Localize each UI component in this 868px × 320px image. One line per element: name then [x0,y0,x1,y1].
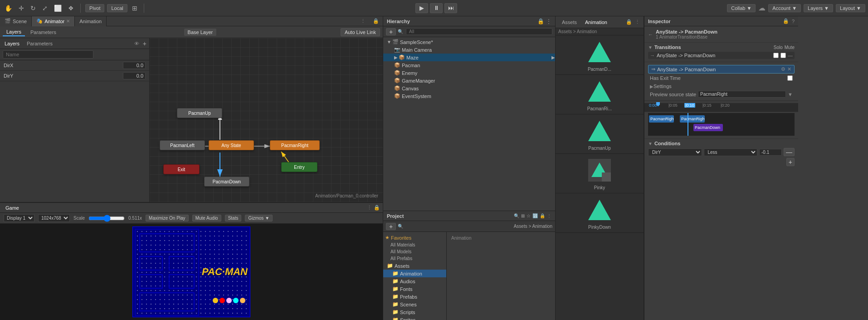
expanded-close-icon[interactable]: ✕ [787,66,791,72]
anim-panel-menu[interactable]: ⋮ [635,19,640,25]
transition-solo-checkbox[interactable] [773,53,779,58]
condition-operator-select[interactable]: Less Greater Equals [704,148,758,156]
has-exit-time-checkbox[interactable] [787,75,793,81]
parameters-params-tab[interactable]: Parameters [25,40,54,47]
hierarchy-item-maze[interactable]: ▶ 📦 Maze ▶ [383,54,555,61]
cloud-icon[interactable]: ☁ [758,4,766,12]
panel-menu-icon[interactable]: ⋮ [357,18,369,24]
assets-folder[interactable]: 📁 Assets [383,262,446,270]
inspector-lock-icon[interactable]: 🔒 [783,18,789,24]
anim-item-pinkydown[interactable]: PinkyDown [556,193,644,233]
transform-tool-icon[interactable]: ❖ [66,4,76,13]
state-exit[interactable]: Exit [163,164,200,174]
resolution-select[interactable]: 1024x768 [38,214,70,222]
fav-all-prefabs[interactable]: All Prefabs [383,255,446,262]
animator-canvas[interactable]: PacmanUp PacmanLeft Any State PacmanRigh… [150,38,383,202]
play-button[interactable]: ▶ [415,3,428,13]
layers-params-tab[interactable]: Layers [3,40,21,47]
scale-tool-icon[interactable]: ⤢ [40,4,49,13]
anim-item-pacmanup[interactable]: PacmanUp [556,114,644,154]
prefabs-folder[interactable]: 📁 Prefabs [383,293,446,300]
hierarchy-item-pacman[interactable]: 📦 Pacman [383,61,555,69]
state-pacmanleft[interactable]: PacmanLeft [160,140,205,150]
step-button[interactable]: ⏭ [444,3,457,13]
back-arrow-icon[interactable]: ← [648,32,653,37]
transition-item-1[interactable]: → AnyState -> PacmanDown — [648,52,795,59]
transition-mute-checkbox[interactable] [780,53,786,58]
param-search-input[interactable] [3,50,93,59]
settings-row[interactable]: ▶ Settings [648,83,795,90]
conditions-header[interactable]: ▼ Conditions [648,141,795,146]
assets-anim-tab[interactable]: Assets [559,19,580,26]
transitions-section-header[interactable]: ▼ Transitions Solo Mute [648,44,795,50]
local-button[interactable]: Local [107,4,127,12]
game-panel-lock[interactable]: 🔒 [374,205,380,211]
state-pacmanright[interactable]: PacmanRight [270,140,320,150]
move-tool-icon[interactable]: ✛ [17,4,26,13]
inspector-question-icon[interactable]: ? [792,19,795,24]
hierarchy-item-gamemanager[interactable]: 📦 GameManager [383,77,555,84]
mute-audio-btn[interactable]: Mute Audio [192,215,221,222]
fav-all-materials[interactable]: All Materials [383,241,446,248]
account-button[interactable]: Account ▼ [768,4,801,12]
sprites-folder[interactable]: 📁 Sprites [383,316,446,320]
game-tab[interactable]: Game [3,204,22,212]
pivot-button[interactable]: Pivot [85,4,104,12]
hierarchy-item-camera[interactable]: 📷 Main Camera [383,46,555,54]
timeline-bar-pacmandown[interactable]: PacmanDown [693,124,723,131]
fav-all-models[interactable]: All Models [383,248,446,255]
param-add-button[interactable]: + [143,40,146,47]
state-entry[interactable]: Entry [281,162,317,172]
hierarchy-add-btn[interactable]: + [386,28,396,35]
anim-item-pacmanright[interactable]: PacmanRi... [556,75,644,114]
animator-tab-close[interactable]: ✕ [66,19,70,24]
condition-remove-btn[interactable]: — [784,148,795,156]
project-icon2[interactable]: ☆ [527,213,531,218]
expanded-gear-icon[interactable]: ⚙ [781,66,785,72]
param-dirx-value[interactable] [123,62,146,69]
anim-item-pinky[interactable]: Pinky [556,154,644,193]
tab-animator[interactable]: 🎭 Animator ✕ [32,16,75,26]
condition-value-input[interactable] [759,149,782,156]
hierarchy-search-input[interactable] [406,28,552,35]
scale-slider[interactable] [88,215,125,222]
hierarchy-menu-icon[interactable]: ⋮ [546,18,551,25]
animation-folder[interactable]: 📁 Animation [383,270,446,277]
state-pacmanup[interactable]: PacmanUp [177,108,222,118]
condition-add-btn[interactable]: + [786,158,795,166]
display-select[interactable]: Display 1 [4,214,34,222]
project-icon3[interactable]: 🔢 [532,213,538,218]
game-panel-menu[interactable]: ⋮ [367,205,372,211]
state-anystate[interactable]: Any State [209,140,254,150]
animation-anim-tab[interactable]: Animation [582,19,610,26]
panel-lock-icon[interactable]: 🔒 [369,18,383,24]
anim-panel-lock[interactable]: 🔒 [626,19,632,25]
stats-btn[interactable]: Stats [225,215,242,222]
preview-source-input[interactable] [698,91,786,98]
project-lock-icon[interactable]: 🔒 [540,213,545,218]
transition-minus-btn[interactable]: — [788,53,793,58]
hierarchy-lock-icon[interactable]: 🔒 [537,18,544,25]
anim-item-pacmandown[interactable]: PacmanD... [556,35,644,75]
project-add-btn[interactable]: + [386,223,396,230]
hierarchy-item-enemy[interactable]: 📦 Enemy [383,69,555,77]
project-icon1[interactable]: ⊞ [521,213,525,218]
fonts-folder[interactable]: 📁 Fonts [383,285,446,293]
layers-button[interactable]: Layers ▼ [804,4,833,12]
auto-live-link-btn[interactable]: Auto Live Link [341,28,380,36]
condition-param-select[interactable]: DirY DirX [648,148,702,156]
scripts-folder[interactable]: 📁 Scripts [383,308,446,316]
tab-animation[interactable]: Animation [75,16,107,26]
timeline-bar-pacmanright-2[interactable]: PacmanRight [680,115,705,123]
gizmos-btn[interactable]: Gizmos ▼ [245,215,273,222]
parameters-tab[interactable]: Parameters [27,29,60,36]
collab-button[interactable]: Collab ▼ [727,4,756,12]
hierarchy-item-eventsystem[interactable]: 📦 EventSystem [383,92,555,100]
preview-dropdown-arrow[interactable]: ▼ [788,92,793,97]
hierarchy-scene-root[interactable]: ▼ 🎬 SampleScene* [383,38,555,46]
state-pacmandown[interactable]: PacmanDown [204,177,249,187]
tab-scene[interactable]: 🎬 Scene [0,16,32,26]
pause-button[interactable]: ⏸ [430,3,443,13]
project-menu-icon[interactable]: ⋮ [547,213,551,218]
grid-icon[interactable]: ⊞ [130,4,139,13]
